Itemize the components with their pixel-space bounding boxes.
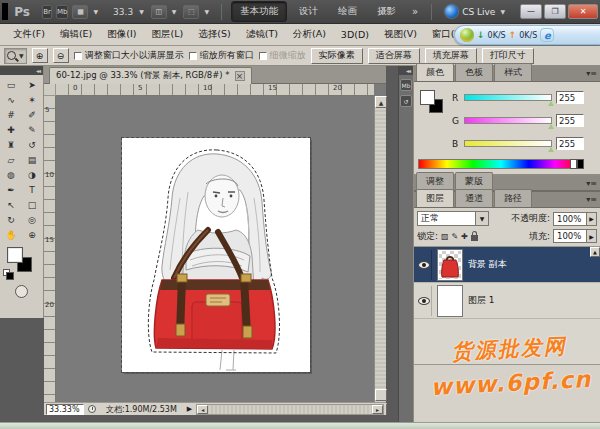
rotate-view-tool[interactable]: ↻ — [1, 212, 22, 227]
screen-mode-icon[interactable]: ⬚ — [183, 5, 199, 19]
pasteboard[interactable] — [56, 96, 374, 415]
zoom-level-value[interactable]: 33.3 — [113, 7, 133, 17]
tab-paths[interactable]: 路径 — [494, 189, 532, 207]
type-tool[interactable]: T — [22, 182, 43, 197]
slider-marker-icon[interactable] — [548, 101, 554, 106]
eye-icon[interactable] — [418, 297, 430, 305]
layer-row-layer1[interactable]: 图层 1 — [414, 283, 600, 319]
fit-screen-button[interactable]: 适合屏幕 — [368, 48, 420, 64]
panel-menu-icon[interactable]: ▾≡ — [586, 195, 597, 204]
brush-tool[interactable]: ✎ — [22, 122, 43, 137]
chevron-down-icon[interactable]: ▼ — [172, 8, 177, 15]
red-value-field[interactable]: 255 — [556, 91, 584, 104]
flyout-icon[interactable]: ▶ — [586, 230, 596, 242]
history-panel-icon[interactable]: ↺ — [400, 95, 412, 107]
lock-pixels-icon[interactable]: ✎ — [452, 232, 459, 241]
zoom-in-button[interactable]: ⊕ — [32, 48, 48, 63]
slider-marker-icon[interactable] — [548, 147, 554, 152]
shape-tool[interactable]: □ — [22, 197, 43, 212]
green-slider[interactable] — [464, 117, 552, 124]
fill-field[interactable]: 100%▶ — [553, 229, 597, 243]
panel-menu-icon[interactable]: ▾≡ — [586, 179, 597, 188]
tab-close-icon[interactable]: × — [235, 71, 245, 81]
menu-image[interactable]: 图像(I) — [100, 25, 143, 44]
menu-analysis[interactable]: 分析(A) — [286, 25, 333, 44]
guides-icon[interactable]: ▦ — [72, 5, 88, 19]
scroll-up-icon[interactable]: ▲ — [375, 96, 387, 108]
status-zoom-field[interactable]: 33.33% — [46, 404, 84, 415]
foreground-color-swatch[interactable] — [420, 90, 435, 105]
visibility-cell[interactable] — [416, 250, 432, 280]
bridge-button[interactable]: Br — [42, 5, 52, 19]
red-slider[interactable] — [464, 94, 552, 101]
mini-bridge-button[interactable]: Mb — [56, 5, 68, 19]
lock-position-icon[interactable]: ✚ — [461, 232, 468, 241]
workspace-overflow-button[interactable]: » — [408, 6, 422, 17]
lock-all-icon[interactable] — [471, 235, 478, 241]
mini-bridge-panel-icon[interactable]: Mb — [400, 79, 412, 91]
collapse-panel-icon[interactable]: ◂◂ — [0, 66, 43, 75]
history-brush-tool[interactable]: ↺ — [22, 137, 43, 152]
menu-select[interactable]: 选择(S) — [191, 25, 237, 44]
vertical-scrollbar[interactable]: ▲ ▼ — [374, 96, 386, 415]
workspace-design-button[interactable]: 设计 — [291, 2, 326, 21]
gradient-tool[interactable]: ▤ — [22, 152, 43, 167]
menu-filter[interactable]: 滤镜(T) — [239, 25, 285, 44]
spectrum-endpoint-chips[interactable] — [570, 159, 584, 169]
visibility-cell[interactable] — [416, 286, 432, 316]
actual-pixels-button[interactable]: 实际像素 — [311, 48, 363, 64]
cs-live-button[interactable]: CS Live ▼ — [445, 5, 508, 18]
menu-3d[interactable]: 3D(D) — [334, 26, 376, 43]
chevron-down-icon[interactable]: ▼ — [93, 8, 98, 15]
panel-menu-icon[interactable]: ▾≡ — [586, 69, 597, 78]
workspace-photography-button[interactable]: 摄影 — [369, 2, 404, 21]
tab-adjustments[interactable]: 调整 — [416, 172, 454, 190]
close-button[interactable]: ✕ — [568, 4, 598, 19]
eraser-tool[interactable]: ▱ — [1, 152, 22, 167]
workspace-painting-button[interactable]: 绘画 — [330, 2, 365, 21]
clone-stamp-tool[interactable]: ♜ — [1, 137, 22, 152]
minimize-button[interactable]: — — [520, 4, 542, 19]
restore-button[interactable]: ❐ — [544, 4, 566, 19]
green-value-field[interactable]: 255 — [556, 114, 584, 127]
hand-tool[interactable]: ✋ — [1, 227, 22, 242]
lock-transparent-icon[interactable]: ▨ — [441, 232, 449, 241]
zoom-all-windows-checkbox[interactable]: 缩放所有窗口 — [189, 49, 254, 62]
menu-layer[interactable]: 图层(L) — [145, 25, 191, 44]
horizontal-scrollbar[interactable]: ◂ ▸ — [196, 404, 384, 415]
tab-layers[interactable]: 图层 — [416, 189, 454, 207]
blue-slider[interactable] — [464, 140, 552, 147]
collapse-panel-icon[interactable]: ◂◂ — [399, 66, 413, 75]
dodge-tool[interactable]: ◑ — [22, 167, 43, 182]
tab-masks[interactable]: 蒙版 — [455, 172, 493, 190]
chevron-down-icon[interactable]: ▼ — [204, 8, 209, 15]
layer-row-background-copy[interactable]: 背景 副本 — [414, 247, 600, 283]
lasso-tool[interactable]: ∿ — [1, 92, 22, 107]
slider-marker-icon[interactable] — [548, 124, 554, 129]
black-chip[interactable] — [577, 159, 584, 169]
rectangular-marquee-tool[interactable]: ▭ — [1, 77, 22, 92]
scroll-left-icon[interactable]: ◂ — [197, 405, 208, 414]
print-size-button[interactable]: 打印尺寸 — [482, 48, 534, 64]
crop-tool[interactable]: # — [1, 107, 22, 122]
zoom-tool[interactable]: ⊕ — [22, 227, 43, 242]
layer-thumbnail[interactable] — [437, 285, 463, 317]
blend-mode-select[interactable]: 正常▼ — [417, 211, 489, 226]
menu-edit[interactable]: 编辑(E) — [53, 25, 99, 44]
healing-brush-tool[interactable]: ✚ — [1, 122, 22, 137]
browser-icon[interactable]: e — [540, 28, 554, 42]
tab-styles[interactable]: 样式 — [494, 63, 532, 81]
path-selection-tool[interactable]: ↖ — [1, 197, 22, 212]
blue-value-field[interactable]: 255 — [556, 137, 584, 150]
scroll-right-icon[interactable]: ▸ — [372, 405, 383, 414]
foreground-color-swatch[interactable] — [7, 247, 23, 263]
network-speed-widget[interactable]: ↓ 0K/S ↑ 0K/S e — [454, 25, 600, 45]
color-spectrum-ramp[interactable] — [418, 159, 584, 169]
tab-color[interactable]: 颜色 — [416, 63, 454, 81]
default-colors-icon[interactable] — [3, 269, 10, 276]
camera-rotate-tool[interactable]: ◎ — [22, 212, 43, 227]
tab-swatches[interactable]: 色板 — [455, 63, 493, 81]
opacity-field[interactable]: 100%▶ — [553, 212, 597, 226]
zoom-out-button[interactable]: ⊖ — [53, 48, 69, 63]
move-tool[interactable]: ➤ — [22, 77, 43, 92]
